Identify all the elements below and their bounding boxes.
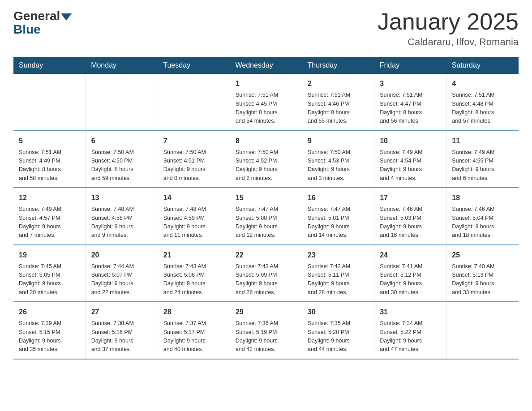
day-number: 1 (236, 78, 296, 89)
calendar-cell: 25Sunrise: 7:40 AM Sunset: 5:13 PM Dayli… (446, 245, 519, 302)
day-info: Sunrise: 7:43 AM Sunset: 5:08 PM Dayligh… (163, 262, 224, 297)
day-info: Sunrise: 7:51 AM Sunset: 4:45 PM Dayligh… (236, 91, 296, 126)
calendar-cell: 15Sunrise: 7:47 AM Sunset: 5:00 PM Dayli… (230, 188, 302, 245)
day-number: 3 (380, 78, 441, 89)
day-info: Sunrise: 7:47 AM Sunset: 5:01 PM Dayligh… (308, 205, 369, 240)
day-number: 19 (19, 250, 80, 261)
day-info: Sunrise: 7:50 AM Sunset: 4:50 PM Dayligh… (91, 148, 152, 183)
weekday-header-thursday: Thursday (302, 57, 374, 74)
day-number: 31 (380, 307, 441, 317)
day-info: Sunrise: 7:51 AM Sunset: 4:49 PM Dayligh… (19, 148, 80, 183)
day-number: 30 (308, 307, 369, 317)
weekday-header-monday: Monday (86, 57, 158, 74)
day-info: Sunrise: 7:38 AM Sunset: 5:16 PM Dayligh… (91, 319, 152, 354)
day-number: 5 (19, 136, 80, 146)
calendar-cell: 30Sunrise: 7:35 AM Sunset: 5:20 PM Dayli… (302, 302, 374, 359)
logo: General Blue (13, 9, 72, 37)
day-number: 26 (19, 307, 80, 317)
day-info: Sunrise: 7:48 AM Sunset: 4:58 PM Dayligh… (91, 205, 152, 240)
day-info: Sunrise: 7:50 AM Sunset: 4:52 PM Dayligh… (236, 148, 296, 183)
calendar-cell (13, 74, 86, 131)
day-info: Sunrise: 7:34 AM Sunset: 5:22 PM Dayligh… (380, 319, 441, 354)
day-info: Sunrise: 7:51 AM Sunset: 4:47 PM Dayligh… (380, 91, 441, 126)
calendar-cell: 14Sunrise: 7:48 AM Sunset: 4:59 PM Dayli… (158, 188, 230, 245)
month-title: January 2025 (378, 9, 519, 34)
calendar-cell: 5Sunrise: 7:51 AM Sunset: 4:49 PM Daylig… (13, 131, 86, 188)
calendar-cell: 1Sunrise: 7:51 AM Sunset: 4:45 PM Daylig… (230, 74, 302, 131)
calendar-cell: 8Sunrise: 7:50 AM Sunset: 4:52 PM Daylig… (230, 131, 302, 188)
day-number: 22 (236, 250, 296, 261)
calendar-week-5: 26Sunrise: 7:39 AM Sunset: 5:15 PM Dayli… (13, 302, 519, 359)
day-info: Sunrise: 7:41 AM Sunset: 5:12 PM Dayligh… (380, 262, 441, 297)
calendar-cell: 26Sunrise: 7:39 AM Sunset: 5:15 PM Dayli… (13, 302, 86, 359)
calendar-week-2: 5Sunrise: 7:51 AM Sunset: 4:49 PM Daylig… (13, 131, 519, 188)
calendar-cell: 20Sunrise: 7:44 AM Sunset: 5:07 PM Dayli… (86, 245, 158, 302)
day-number: 2 (308, 78, 369, 89)
day-number: 12 (19, 193, 80, 203)
day-info: Sunrise: 7:35 AM Sunset: 5:20 PM Dayligh… (308, 319, 369, 354)
weekday-header-wednesday: Wednesday (230, 57, 302, 74)
day-info: Sunrise: 7:44 AM Sunset: 5:07 PM Dayligh… (91, 262, 152, 297)
day-info: Sunrise: 7:47 AM Sunset: 5:00 PM Dayligh… (236, 205, 296, 240)
calendar-cell: 3Sunrise: 7:51 AM Sunset: 4:47 PM Daylig… (374, 74, 446, 131)
calendar-cell: 29Sunrise: 7:36 AM Sunset: 5:19 PM Dayli… (230, 302, 302, 359)
day-number: 14 (163, 193, 224, 203)
day-number: 6 (91, 136, 152, 146)
day-info: Sunrise: 7:51 AM Sunset: 4:48 PM Dayligh… (452, 91, 513, 126)
logo-general-text: General (13, 9, 60, 23)
weekday-header-row: SundayMondayTuesdayWednesdayThursdayFrid… (13, 57, 519, 74)
day-number: 10 (380, 136, 441, 146)
calendar-cell: 21Sunrise: 7:43 AM Sunset: 5:08 PM Dayli… (158, 245, 230, 302)
calendar-cell: 7Sunrise: 7:50 AM Sunset: 4:51 PM Daylig… (158, 131, 230, 188)
location-subtitle: Caldararu, Ilfov, Romania (378, 36, 519, 48)
day-info: Sunrise: 7:51 AM Sunset: 4:46 PM Dayligh… (308, 91, 369, 126)
weekday-header-friday: Friday (374, 57, 446, 74)
weekday-header-tuesday: Tuesday (158, 57, 230, 74)
calendar-cell: 28Sunrise: 7:37 AM Sunset: 5:17 PM Dayli… (158, 302, 230, 359)
title-section: January 2025 Caldararu, Ilfov, Romania (378, 9, 519, 48)
day-info: Sunrise: 7:46 AM Sunset: 5:03 PM Dayligh… (380, 205, 441, 240)
calendar-week-1: 1Sunrise: 7:51 AM Sunset: 4:45 PM Daylig… (13, 74, 519, 131)
weekday-header-saturday: Saturday (446, 57, 519, 74)
day-info: Sunrise: 7:39 AM Sunset: 5:15 PM Dayligh… (19, 319, 80, 354)
calendar-header: SundayMondayTuesdayWednesdayThursdayFrid… (13, 57, 519, 74)
weekday-header-sunday: Sunday (13, 57, 86, 74)
day-info: Sunrise: 7:48 AM Sunset: 4:59 PM Dayligh… (163, 205, 224, 240)
calendar-cell: 13Sunrise: 7:48 AM Sunset: 4:58 PM Dayli… (86, 188, 158, 245)
calendar-cell (158, 74, 230, 131)
calendar-cell: 10Sunrise: 7:49 AM Sunset: 4:54 PM Dayli… (374, 131, 446, 188)
day-number: 20 (91, 250, 152, 261)
day-info: Sunrise: 7:40 AM Sunset: 5:13 PM Dayligh… (452, 262, 513, 297)
calendar-cell: 27Sunrise: 7:38 AM Sunset: 5:16 PM Dayli… (86, 302, 158, 359)
calendar-cell: 23Sunrise: 7:42 AM Sunset: 5:11 PM Dayli… (302, 245, 374, 302)
day-number: 29 (236, 307, 296, 317)
day-number: 18 (452, 193, 513, 203)
calendar-table: SundayMondayTuesdayWednesdayThursdayFrid… (13, 57, 519, 360)
calendar-week-3: 12Sunrise: 7:49 AM Sunset: 4:57 PM Dayli… (13, 188, 519, 245)
day-number: 7 (163, 136, 224, 146)
day-info: Sunrise: 7:50 AM Sunset: 4:51 PM Dayligh… (163, 148, 224, 183)
calendar-cell: 11Sunrise: 7:49 AM Sunset: 4:55 PM Dayli… (446, 131, 519, 188)
day-info: Sunrise: 7:45 AM Sunset: 5:05 PM Dayligh… (19, 262, 80, 297)
calendar-body: 1Sunrise: 7:51 AM Sunset: 4:45 PM Daylig… (13, 74, 519, 359)
day-number: 17 (380, 193, 441, 203)
day-number: 25 (452, 250, 513, 261)
logo-blue-text: Blue (13, 22, 41, 37)
day-number: 11 (452, 136, 513, 146)
calendar-cell: 18Sunrise: 7:46 AM Sunset: 5:04 PM Dayli… (446, 188, 519, 245)
day-info: Sunrise: 7:36 AM Sunset: 5:19 PM Dayligh… (236, 319, 296, 354)
day-number: 24 (380, 250, 441, 261)
calendar-cell: 22Sunrise: 7:43 AM Sunset: 5:09 PM Dayli… (230, 245, 302, 302)
day-info: Sunrise: 7:49 AM Sunset: 4:54 PM Dayligh… (380, 148, 441, 183)
day-number: 28 (163, 307, 224, 317)
calendar-cell: 6Sunrise: 7:50 AM Sunset: 4:50 PM Daylig… (86, 131, 158, 188)
day-number: 13 (91, 193, 152, 203)
logo-arrow-icon (61, 13, 72, 21)
calendar-cell: 9Sunrise: 7:50 AM Sunset: 4:53 PM Daylig… (302, 131, 374, 188)
day-info: Sunrise: 7:49 AM Sunset: 4:55 PM Dayligh… (452, 148, 513, 183)
day-number: 8 (236, 136, 296, 146)
page-header: General Blue January 2025 Caldararu, Ilf… (13, 9, 519, 48)
calendar-cell: 17Sunrise: 7:46 AM Sunset: 5:03 PM Dayli… (374, 188, 446, 245)
day-number: 9 (308, 136, 369, 146)
calendar-cell: 16Sunrise: 7:47 AM Sunset: 5:01 PM Dayli… (302, 188, 374, 245)
